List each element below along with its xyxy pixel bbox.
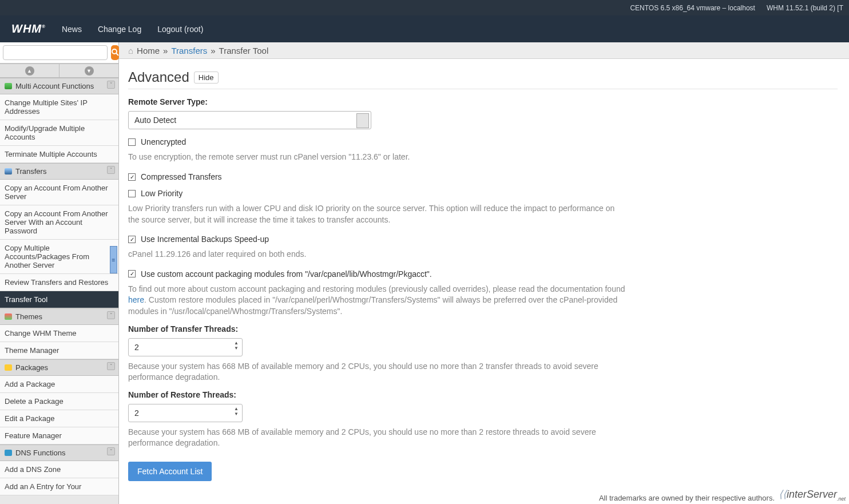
breadcrumb-current: Transfer Tool xyxy=(219,46,269,55)
section-dns[interactable]: DNS Functions˅ xyxy=(0,445,118,461)
news-link[interactable]: News xyxy=(62,25,82,34)
sidebar-drag-handle[interactable]: ≡ xyxy=(110,246,117,273)
whm-logo[interactable]: WHM® xyxy=(11,22,46,35)
sidebar-item-terminate-accounts[interactable]: Terminate Multiple Accounts xyxy=(0,146,118,163)
sidebar-item-theme-manager[interactable]: Theme Manager xyxy=(0,342,118,359)
fetch-account-list-button[interactable]: Fetch Account List xyxy=(128,462,212,481)
remote-server-type-select[interactable]: Auto Detect xyxy=(128,111,371,129)
custompkg-help: To find out more about custom account pa… xyxy=(128,284,626,318)
chevron-down-icon: ˅ xyxy=(107,311,115,319)
compressed-checkbox-row[interactable]: ✓Compressed Transfers xyxy=(128,170,838,184)
changelog-link[interactable]: Change Log xyxy=(98,25,141,34)
sidebar-item-edit-package[interactable]: Edit a Package xyxy=(0,410,118,427)
remote-server-type-label: Remote Server Type: xyxy=(128,97,838,106)
packages-icon xyxy=(5,364,12,371)
transfer-threads-input[interactable]: 2▲▼ xyxy=(128,338,243,356)
collapse-controls: ▲ ▼ xyxy=(0,64,118,78)
checkbox-unchecked-icon xyxy=(128,190,136,197)
unencrypted-checkbox-row[interactable]: Unencrypted xyxy=(128,135,838,149)
interserver-logo[interactable]: ⟨⟨interServer.net xyxy=(779,488,846,502)
chevron-down-icon: ˅ xyxy=(107,447,115,455)
main-content: ⌂ Home » Transfers » Transfer Tool Advan… xyxy=(119,42,849,504)
breadcrumb-home[interactable]: Home xyxy=(137,46,160,55)
dns-icon xyxy=(5,450,12,456)
breadcrumb-transfers[interactable]: Transfers xyxy=(171,46,207,55)
sidebar-item-delete-package[interactable]: Delete a Package xyxy=(0,393,118,410)
sidebar-item-feature-manager[interactable]: Feature Manager xyxy=(0,427,118,445)
section-packages[interactable]: Packages˅ xyxy=(0,359,118,376)
svg-line-1 xyxy=(116,53,118,55)
transfer-icon xyxy=(5,168,12,174)
restore-threads-label: Number of Restore Threads: xyxy=(128,390,838,399)
sidebar-item-transfer-tool[interactable]: Transfer Tool xyxy=(0,291,118,308)
svg-point-0 xyxy=(112,49,117,54)
chevron-down-icon: ▼ xyxy=(85,66,94,76)
section-themes[interactable]: Themes˅ xyxy=(0,308,118,325)
top-status-bar: CENTOS 6.5 x86_64 vmware – localhost WHM… xyxy=(0,0,849,15)
chevron-down-icon: ˅ xyxy=(107,362,115,370)
sidebar: ▲ ▼ Multi Account Functions˅ Change Mult… xyxy=(0,42,119,504)
breadcrumb: ⌂ Home » Transfers » Transfer Tool xyxy=(119,42,849,59)
sidebar-item-copy-account-pw[interactable]: Copy an Account From Another Server With… xyxy=(0,205,118,240)
sidebar-item-copy-account[interactable]: Copy an Account From Another Server xyxy=(0,180,118,205)
logout-link[interactable]: Logout (root) xyxy=(157,25,203,34)
users-icon xyxy=(5,83,12,89)
system-info: CENTOS 6.5 x86_64 vmware – localhost xyxy=(630,4,755,12)
sidebar-item-change-multi-ip[interactable]: Change Multiple Sites' IP Addresses xyxy=(0,94,118,120)
sidebar-item-add-dns-zone[interactable]: Add a DNS Zone xyxy=(0,461,118,478)
page-title: Advanced Hide xyxy=(128,69,838,89)
search-input[interactable] xyxy=(3,45,108,60)
section-multi-account[interactable]: Multi Account Functions˅ xyxy=(0,78,118,94)
spinner-arrows-icon: ▲▼ xyxy=(234,406,239,417)
sidebar-item-copy-multiple[interactable]: Copy Multiple Accounts/Packages From Ano… xyxy=(0,240,118,274)
search-bar xyxy=(0,42,118,64)
unencrypted-help: To use encryption, the remote server mus… xyxy=(128,152,626,163)
checkbox-checked-icon: ✓ xyxy=(128,270,136,277)
themes-icon xyxy=(5,313,12,320)
incremental-help: cPanel 11.29.126 and later required on b… xyxy=(128,249,626,260)
checkbox-checked-icon: ✓ xyxy=(128,236,136,243)
sidebar-item-add-package[interactable]: Add a Package xyxy=(0,376,118,393)
sidebar-item-add-a-entry[interactable]: Add an A Entry for Your xyxy=(0,478,118,495)
transfer-threads-help: Because your system has 668 MB of availa… xyxy=(128,361,626,383)
section-transfers[interactable]: Transfers˅ xyxy=(0,163,118,180)
whm-version: WHM 11.52.1 (build 2) [T xyxy=(767,4,843,12)
main-header: WHM® News Change Log Logout (root) xyxy=(0,15,849,42)
chevron-down-icon: ˅ xyxy=(107,166,115,174)
sidebar-item-change-whm-theme[interactable]: Change WHM Theme xyxy=(0,325,118,342)
sidebar-nav[interactable]: Multi Account Functions˅ Change Multiple… xyxy=(0,78,118,504)
custompkg-doc-link[interactable]: here xyxy=(128,295,144,304)
search-icon xyxy=(111,48,119,58)
spinner-arrows-icon: ▲▼ xyxy=(234,340,239,351)
checkbox-checked-icon: ✓ xyxy=(128,173,136,181)
chevron-down-icon: ˅ xyxy=(107,81,115,89)
home-icon[interactable]: ⌂ xyxy=(128,46,133,55)
custompkg-checkbox-row[interactable]: ✓Use custom account packaging modules fr… xyxy=(128,267,838,281)
restore-threads-help: Because your system has 668 MB of availa… xyxy=(128,427,626,449)
restore-threads-input[interactable]: 2▲▼ xyxy=(128,404,243,422)
collapse-up-button[interactable]: ▲ xyxy=(0,64,59,77)
lowpriority-checkbox-row[interactable]: Low Priority xyxy=(128,186,838,200)
hide-button[interactable]: Hide xyxy=(194,72,219,84)
lowpriority-help: Low Priority transfers run with a lower … xyxy=(128,203,626,225)
sidebar-item-review-transfers[interactable]: Review Transfers and Restores xyxy=(0,274,118,291)
transfer-threads-label: Number of Transfer Threads: xyxy=(128,324,838,334)
incremental-checkbox-row[interactable]: ✓Use Incremental Backups Speed-up xyxy=(128,232,838,246)
checkbox-unchecked-icon xyxy=(128,138,136,146)
collapse-down-button[interactable]: ▼ xyxy=(59,64,118,77)
trademark-text: All trademarks are owned by their respec… xyxy=(599,494,775,502)
search-button[interactable] xyxy=(111,45,119,60)
sidebar-item-modify-accounts[interactable]: Modify/Upgrade Multiple Accounts xyxy=(0,120,118,146)
chevron-up-icon: ▲ xyxy=(25,66,34,76)
